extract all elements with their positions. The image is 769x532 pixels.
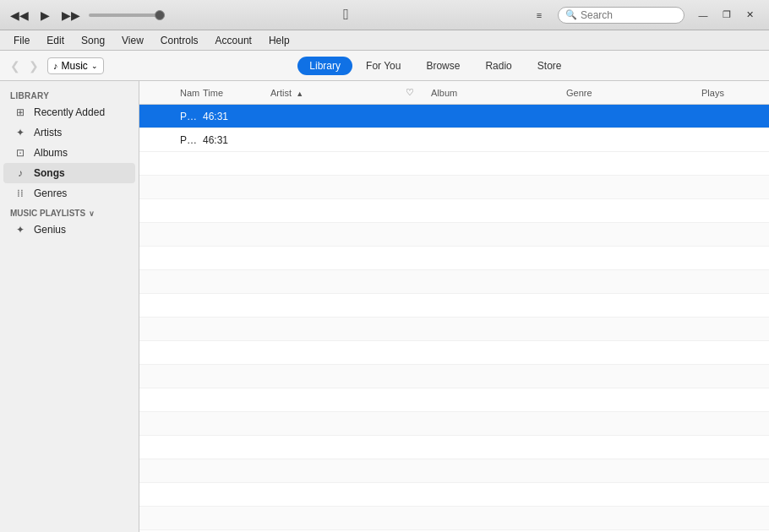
empty-row: [139, 152, 769, 176]
albums-icon: ⊡: [14, 147, 27, 159]
content-area: Name Time Artist ▲ ♡ Album Genre Plays P…: [139, 81, 769, 532]
sidebar: Library ⊞ Recently Added✦ Artists⊡ Album…: [0, 81, 139, 532]
sidebar-item-label: Genres: [34, 187, 67, 199]
menu-item-song[interactable]: Song: [74, 33, 112, 48]
sidebar-items: ⊞ Recently Added✦ Artists⊡ Albums♪ Songs…: [0, 102, 139, 204]
menu-button[interactable]: ≡: [527, 3, 551, 27]
tab-library[interactable]: Library: [297, 57, 352, 75]
search-icon: 🔍: [565, 9, 577, 20]
title-right: ≡ 🔍 — ❐ ✕: [527, 3, 762, 27]
back-button[interactable]: ◀◀: [7, 7, 32, 24]
row-name: Podcast with Michael Ficara: [177, 134, 199, 146]
playlists-header[interactable]: Music Playlists ∨: [0, 204, 139, 220]
tab-radio[interactable]: Radio: [473, 57, 523, 75]
sidebar-item-genres[interactable]: ⁞⁞ Genres: [3, 183, 135, 204]
genius-icon: ✦: [14, 224, 27, 236]
col-header-album: Album: [428, 88, 563, 98]
sidebar-item-albums[interactable]: ⊡ Albums: [3, 143, 135, 163]
title-bar: ◀◀ ▶ ▶▶  ≡ 🔍 — ❐ ✕: [0, 0, 769, 30]
empty-row: [139, 318, 769, 341]
empty-row: [139, 176, 769, 199]
progress-thumb: [155, 10, 165, 20]
empty-row: [139, 388, 769, 412]
empty-row: [139, 223, 769, 247]
forward-button[interactable]: ▶▶: [58, 7, 84, 24]
table-row[interactable]: Podcast with Michael Ficara ••• 46:31: [139, 105, 769, 128]
nav-bar: ❮ ❯ ♪ Music ⌄ LibraryFor YouBrowseRadioS…: [0, 51, 769, 81]
sidebar-item-artists[interactable]: ✦ Artists: [3, 122, 135, 143]
sort-arrow-icon: ▲: [296, 90, 303, 98]
library-section-label: Library: [0, 88, 139, 102]
empty-row: [139, 507, 769, 530]
play-button[interactable]: ▶: [37, 7, 53, 24]
col-header-heart: ♡: [402, 87, 428, 98]
sidebar-item-label: Recently Added: [34, 106, 105, 118]
forward-nav-button[interactable]: ❯: [25, 57, 42, 74]
songs-icon: ♪: [14, 167, 27, 179]
col-header-artist[interactable]: Artist ▲: [267, 88, 402, 98]
menu-bar: FileEditSongViewControlsAccountHelp: [0, 30, 769, 51]
empty-row: [139, 436, 769, 459]
empty-row: [139, 294, 769, 318]
empty-row: [139, 247, 769, 270]
row-name: Podcast with Michael Ficara •••: [177, 111, 199, 122]
tab-for-you[interactable]: For You: [354, 57, 412, 75]
playlist-item-label: Genius: [34, 224, 66, 236]
empty-row: [139, 199, 769, 223]
empty-row: [139, 483, 769, 507]
window-controls: — ❐ ✕: [691, 3, 762, 27]
sidebar-item-recently-added[interactable]: ⊞ Recently Added: [3, 102, 135, 122]
menu-item-view[interactable]: View: [115, 33, 150, 48]
empty-row: [139, 412, 769, 436]
progress-bar[interactable]: [89, 14, 165, 17]
playlists-chevron-icon: ∨: [89, 209, 95, 218]
music-selector[interactable]: ♪ Music ⌄: [47, 57, 104, 74]
sidebar-item-label: Artists: [34, 127, 62, 138]
sidebar-item-songs[interactable]: ♪ Songs: [3, 163, 135, 183]
empty-row: [139, 365, 769, 388]
dropdown-icon: ⌄: [91, 62, 98, 70]
playlist-item-genius[interactable]: ✦ Genius: [3, 220, 135, 240]
sidebar-item-label: Albums: [34, 147, 68, 159]
col-header-time: Time: [199, 88, 267, 98]
apple-logo-icon: : [343, 6, 349, 24]
col-header-name[interactable]: Name: [177, 88, 199, 98]
restore-button[interactable]: ❐: [715, 3, 739, 27]
table-header: Name Time Artist ▲ ♡ Album Genre Plays: [139, 81, 769, 105]
close-button[interactable]: ✕: [739, 3, 762, 27]
search-wrap: 🔍: [558, 7, 684, 24]
recently added-icon: ⊞: [14, 106, 27, 118]
menu-item-edit[interactable]: Edit: [40, 33, 71, 48]
playlists-label: Music Playlists: [10, 209, 85, 218]
back-nav-button[interactable]: ❮: [7, 57, 24, 74]
tab-store[interactable]: Store: [526, 57, 574, 75]
row-time: 46:31: [199, 134, 267, 146]
menu-item-help[interactable]: Help: [262, 33, 297, 48]
music-selector-label: Music: [62, 60, 88, 72]
empty-row: [139, 459, 769, 483]
empty-row: [139, 341, 769, 365]
nav-arrows: ❮ ❯: [7, 57, 42, 74]
col-header-genre: Genre: [563, 88, 698, 98]
menu-item-file[interactable]: File: [7, 33, 36, 48]
nav-tabs: LibraryFor YouBrowseRadioStore: [109, 57, 762, 75]
tab-browse[interactable]: Browse: [414, 57, 472, 75]
sidebar-item-label: Songs: [34, 167, 65, 179]
table-row[interactable]: Podcast with Michael Ficara 46:31: [139, 128, 769, 152]
search-input[interactable]: [581, 9, 677, 21]
menu-item-account[interactable]: Account: [209, 33, 259, 48]
playback-controls: ◀◀ ▶ ▶▶: [7, 7, 165, 24]
row-time: 46:31: [199, 111, 267, 122]
empty-row: [139, 270, 769, 294]
main-layout: Library ⊞ Recently Added✦ Artists⊡ Album…: [0, 81, 769, 532]
artists-icon: ✦: [14, 127, 27, 138]
title-center: : [343, 6, 349, 24]
playlist-items: ✦ Genius: [0, 220, 139, 240]
genres-icon: ⁞⁞: [14, 187, 27, 199]
music-note-icon: ♪: [53, 61, 58, 71]
table-body: Podcast with Michael Ficara ••• 46:31 Po…: [139, 105, 769, 532]
col-header-plays: Plays: [698, 88, 766, 98]
menu-item-controls[interactable]: Controls: [154, 33, 205, 48]
minimize-button[interactable]: —: [691, 3, 715, 27]
progress-bar-wrap: [89, 14, 165, 17]
